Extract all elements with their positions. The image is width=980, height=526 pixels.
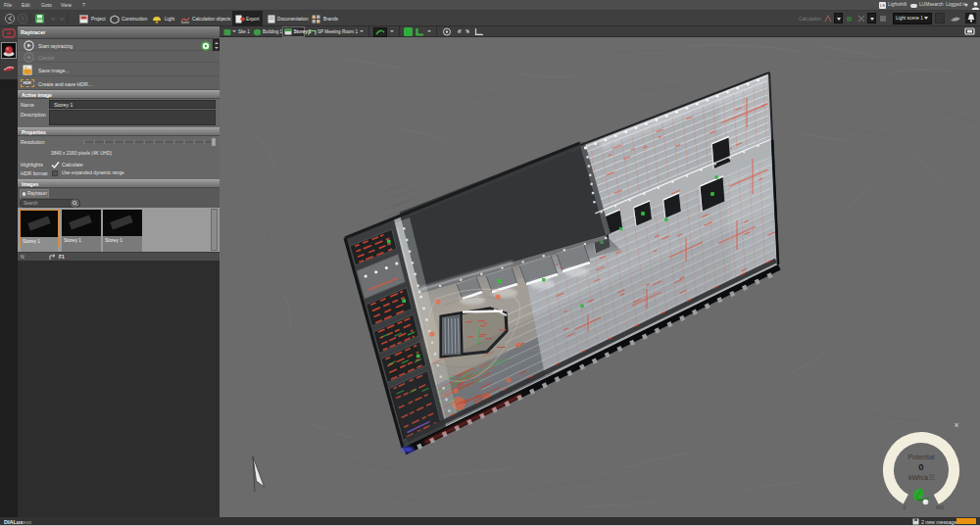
svg-text:0: 0 bbox=[904, 504, 906, 510]
svg-text:400: 400 bbox=[936, 504, 945, 510]
svg-text:Potential: Potential bbox=[907, 454, 935, 460]
svg-text:0: 0 bbox=[918, 461, 923, 472]
svg-text:×: × bbox=[955, 420, 959, 430]
svg-text:kWh/a: kWh/a bbox=[908, 474, 928, 481]
